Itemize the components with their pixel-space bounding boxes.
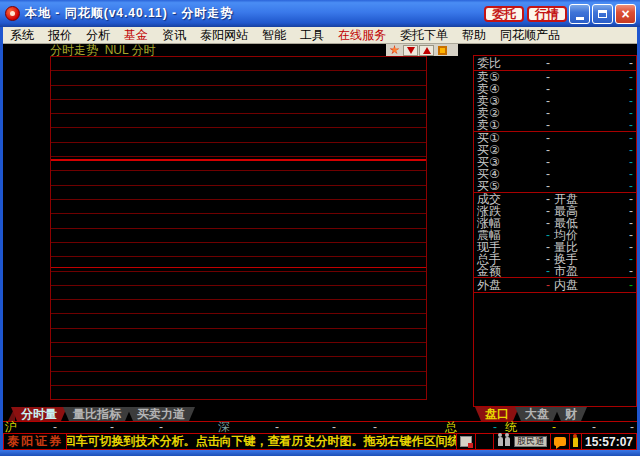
- close-button[interactable]: ×: [615, 4, 636, 24]
- minimize-button[interactable]: [569, 4, 590, 24]
- chart-toolbar: [386, 44, 458, 56]
- arrow-up-button[interactable]: [419, 45, 434, 56]
- quote-row: 金额-市盈-: [474, 265, 636, 277]
- tray-status-box: 股民通: [514, 436, 547, 447]
- orange-box-icon: [438, 46, 447, 55]
- menu-item[interactable]: 基金: [117, 27, 155, 43]
- quote-value: -: [629, 180, 633, 192]
- arrow-up-icon: [423, 47, 431, 54]
- notes-button[interactable]: [456, 434, 475, 449]
- status-dash: -: [275, 422, 279, 433]
- clock: 15:57:07: [581, 434, 636, 449]
- people-icon: [498, 437, 503, 446]
- notes-icon: [460, 436, 472, 447]
- quote-row: 买⑤--: [474, 180, 636, 192]
- maximize-button[interactable]: [592, 4, 613, 24]
- status-dash: -: [630, 422, 634, 433]
- market-status-bar: 沪 - - - 深 - - - 总 - 统 - - -: [3, 421, 637, 433]
- indicator-tabs: 分时量量比指标买卖力道: [8, 407, 195, 421]
- quote-value: -: [538, 119, 558, 131]
- menu-item[interactable]: 在线服务: [331, 27, 393, 43]
- app-window: 本地 - 同花顺(v4.40.11) - 分时走势 委托 行情 × 系统报价分析…: [0, 0, 640, 456]
- status-dash: -: [373, 422, 377, 433]
- tab[interactable]: 分时量: [11, 407, 67, 421]
- market-label-sh[interactable]: 沪: [5, 422, 17, 433]
- title-bar: 本地 - 同花顺(v4.40.11) - 分时走势 委托 行情 ×: [0, 0, 640, 27]
- arrow-down-button[interactable]: [403, 45, 418, 56]
- assistant-button[interactable]: [569, 434, 581, 449]
- quote-section-inout: 外盘-内盘-: [474, 278, 636, 293]
- flower-icon[interactable]: [387, 45, 402, 56]
- quote-value: -: [629, 119, 633, 131]
- menu-item[interactable]: 分析: [79, 27, 117, 43]
- menu-item[interactable]: 智能: [255, 27, 293, 43]
- arrow-down-icon: [407, 47, 415, 54]
- minimize-icon: [576, 17, 584, 20]
- message-button[interactable]: [550, 434, 569, 449]
- quote-section-sell: 卖⑤--卖④--卖③--卖②--卖①--: [474, 71, 636, 132]
- app-icon: [5, 6, 20, 21]
- quote-value: -: [629, 278, 633, 292]
- status-dash: -: [592, 422, 596, 433]
- window-title: 本地 - 同花顺(v4.40.11) - 分时走势: [25, 5, 233, 22]
- hint-text: 直接回车可切换到技术分析。点击向下键，查看历史分时图。拖动右键作区间统计。: [66, 434, 456, 449]
- quote-value: -: [629, 265, 633, 277]
- close-icon: ×: [621, 7, 629, 21]
- status-dash: -: [332, 422, 336, 433]
- quotes-button[interactable]: 行情: [527, 6, 567, 22]
- tab[interactable]: 买卖力道: [127, 407, 195, 421]
- status-dash: -: [110, 422, 114, 433]
- menu-item[interactable]: 帮助: [455, 27, 493, 43]
- community-tray[interactable]: 股民通: [493, 434, 550, 449]
- quote-value: -: [538, 56, 558, 70]
- maximize-icon: [598, 10, 607, 18]
- chat-bubble-icon: [554, 437, 566, 446]
- tab[interactable]: 财: [555, 407, 587, 421]
- main-content: 分时走势 NUL 分时 委比--卖⑤--卖④--卖③--卖②--卖①--买①--…: [3, 44, 637, 421]
- status-dash: -: [159, 422, 163, 433]
- market-label-stat[interactable]: 统: [505, 422, 517, 433]
- menu-item[interactable]: 系统: [3, 27, 41, 43]
- menu-bar: 系统报价分析基金资讯泰阳网站智能工具在线服务委托下单帮助同花顺产品: [3, 27, 637, 44]
- menu-item[interactable]: 报价: [41, 27, 79, 43]
- people-icon: [505, 437, 510, 446]
- window-bottom-border: [0, 450, 640, 456]
- quote-board: 委比--卖⑤--卖④--卖③--卖②--卖①--买①--买②--买③--买④--…: [473, 55, 637, 407]
- tab[interactable]: 量比指标: [63, 407, 131, 421]
- menu-item[interactable]: 同花顺产品: [493, 27, 567, 43]
- tray-spacer: [475, 434, 493, 449]
- quote-label: 外盘: [477, 278, 501, 292]
- status-dash: -: [53, 422, 57, 433]
- quote-section-weibi: 委比--: [474, 56, 636, 71]
- quote-section-buy: 买①--买②--买③--买④--买⑤--: [474, 132, 636, 193]
- broker-logo: 泰阳证券: [4, 434, 66, 449]
- panel-tabs: 盘口大盘财: [475, 407, 587, 421]
- quote-section-info: 成交-开盘-涨跌-最高-涨幅-最低-震幅-均价-现手-量比-总手-换手-金额-市…: [474, 193, 636, 278]
- menu-item[interactable]: 工具: [293, 27, 331, 43]
- figure-icon: [573, 437, 578, 447]
- quote-row: 外盘-内盘-: [474, 278, 636, 292]
- menu-item[interactable]: 泰阳网站: [193, 27, 255, 43]
- status-dash: -: [493, 422, 497, 433]
- menu-item[interactable]: 委托下单: [393, 27, 455, 43]
- tab[interactable]: 盘口: [475, 407, 519, 421]
- quote-row: 卖①--: [474, 119, 636, 131]
- market-label-total[interactable]: 总: [445, 422, 457, 433]
- quote-label: 买⑤: [477, 180, 500, 192]
- status-dash: -: [552, 422, 556, 433]
- quote-label: 内盘: [554, 278, 578, 292]
- quote-value: -: [538, 180, 558, 192]
- chart-header-title: 分时走势 NUL 分时: [50, 44, 156, 56]
- quote-label: 委比: [477, 56, 501, 70]
- panel-toggle-button[interactable]: [435, 45, 450, 56]
- quote-label: 市盈: [554, 265, 578, 277]
- tab[interactable]: 大盘: [515, 407, 559, 421]
- entrust-button[interactable]: 委托: [484, 6, 524, 22]
- chart-separator-line: [51, 267, 426, 268]
- bottom-info-bar: 泰阳证券 直接回车可切换到技术分析。点击向下键，查看历史分时图。拖动右键作区间统…: [3, 433, 637, 450]
- quote-label: 卖①: [477, 119, 500, 131]
- intraday-chart-plot[interactable]: [50, 56, 427, 400]
- quote-label: 金额: [477, 265, 501, 277]
- menu-item[interactable]: 资讯: [155, 27, 193, 43]
- market-label-sz[interactable]: 深: [218, 422, 230, 433]
